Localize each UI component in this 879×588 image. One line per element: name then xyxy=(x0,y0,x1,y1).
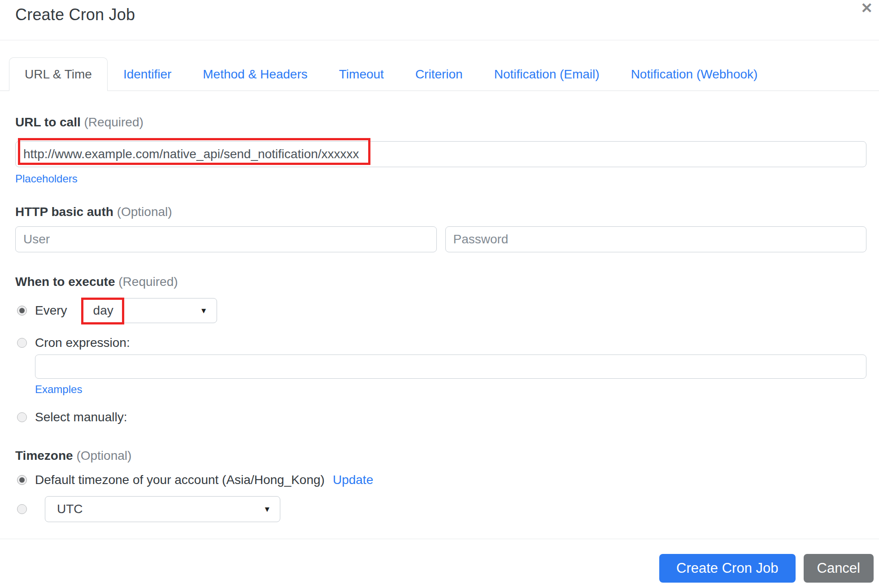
chevron-down-icon: ▼ xyxy=(200,307,208,315)
basic-auth-row xyxy=(15,226,866,252)
create-cron-job-button[interactable]: Create Cron Job xyxy=(659,554,795,583)
tab-notification-email[interactable]: Notification (Email) xyxy=(479,57,615,91)
custom-timezone-row: UTC ▼ xyxy=(17,496,866,522)
tab-identifier[interactable]: Identifier xyxy=(108,57,187,91)
select-manually-radio[interactable] xyxy=(17,412,27,422)
auth-password-input[interactable] xyxy=(445,226,867,252)
url-input[interactable] xyxy=(15,141,866,167)
tab-bar: URL & Time Identifier Method & Headers T… xyxy=(0,57,879,91)
cron-input-wrap xyxy=(35,355,866,379)
page-title: Create Cron Job xyxy=(15,5,864,24)
timezone-select[interactable]: UTC ▼ xyxy=(45,496,280,522)
every-option-row: Every day ▼ xyxy=(17,298,866,323)
cron-expression-row: Cron expression: xyxy=(17,336,866,350)
tab-url-time[interactable]: URL & Time xyxy=(9,57,108,91)
tab-panel-url-time: URL to call (Required) Placeholders HTTP… xyxy=(0,115,879,522)
tab-criterion[interactable]: Criterion xyxy=(400,57,479,91)
url-to-call-label: URL to call (Required) xyxy=(15,115,866,130)
select-manually-label: Select manually: xyxy=(35,410,127,424)
cron-expression-radio[interactable] xyxy=(17,338,27,348)
tab-timeout[interactable]: Timeout xyxy=(323,57,400,91)
timezone-select-value: UTC xyxy=(57,502,83,516)
default-timezone-label: Default timezone of your account (Asia/H… xyxy=(35,473,325,487)
update-timezone-link[interactable]: Update xyxy=(333,473,373,487)
dialog-footer: Create Cron Job Cancel xyxy=(0,539,879,583)
select-manually-row: Select manually: xyxy=(17,410,866,424)
chevron-down-icon: ▼ xyxy=(263,506,271,513)
tab-method-headers[interactable]: Method & Headers xyxy=(187,57,323,91)
tab-notification-webhook[interactable]: Notification (Webhook) xyxy=(615,57,774,91)
dialog-header: Create Cron Job ✕ xyxy=(0,0,879,40)
every-interval-value: day xyxy=(93,303,113,318)
examples-link[interactable]: Examples xyxy=(35,383,82,396)
cancel-button[interactable]: Cancel xyxy=(804,554,874,583)
default-timezone-row: Default timezone of your account (Asia/H… xyxy=(17,473,866,487)
auth-user-input[interactable] xyxy=(15,226,437,252)
cron-expression-label: Cron expression: xyxy=(35,336,130,350)
url-input-wrap xyxy=(15,141,866,167)
every-radio[interactable] xyxy=(17,306,27,316)
every-interval-select[interactable]: day ▼ xyxy=(81,298,217,323)
auth-optional-hint: (Optional) xyxy=(117,205,172,219)
create-cron-job-dialog: Create Cron Job ✕ URL & Time Identifier … xyxy=(0,0,879,588)
http-basic-auth-label: HTTP basic auth (Optional) xyxy=(15,205,866,219)
custom-timezone-radio[interactable] xyxy=(17,504,27,514)
when-to-execute-label: When to execute (Required) xyxy=(15,275,866,289)
url-required-hint: (Required) xyxy=(84,115,144,129)
cron-expression-input[interactable] xyxy=(35,355,866,379)
timezone-optional-hint: (Optional) xyxy=(76,449,131,463)
when-required-hint: (Required) xyxy=(118,275,178,289)
placeholders-link[interactable]: Placeholders xyxy=(15,173,78,185)
default-timezone-radio[interactable] xyxy=(17,475,27,485)
every-label: Every xyxy=(35,303,67,318)
close-icon[interactable]: ✕ xyxy=(861,1,873,15)
timezone-label: Timezone (Optional) xyxy=(15,449,866,463)
